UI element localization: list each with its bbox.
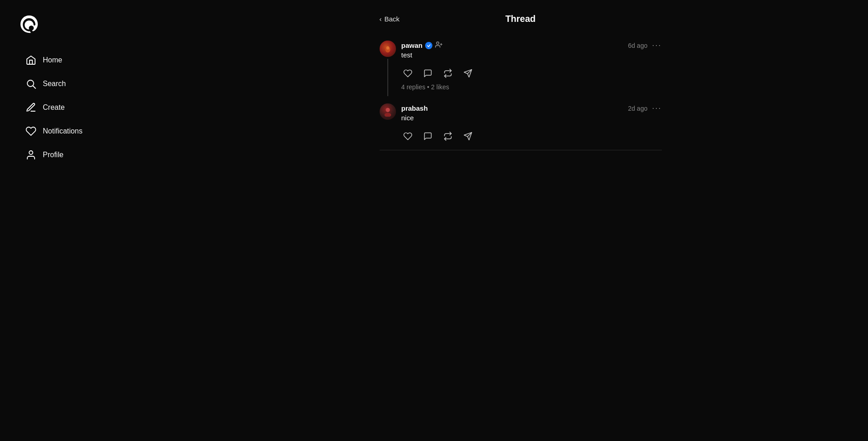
post-pawan: pawan (380, 33, 662, 96)
avatar-pawan (380, 41, 396, 57)
timestamp-prabash: 2d ago (628, 105, 648, 112)
like-button-pawan[interactable] (401, 67, 414, 80)
svg-point-5 (437, 42, 439, 44)
repost-button-prabash[interactable] (442, 130, 454, 143)
verified-badge-pawan (425, 42, 432, 49)
post-actions-prabash (401, 130, 662, 143)
left-column-prabash (380, 103, 396, 148)
more-button-prabash[interactable]: ··· (652, 103, 661, 113)
repost-button-pawan[interactable] (442, 67, 454, 80)
thread-title: Thread (505, 14, 536, 24)
search-label: Search (43, 80, 66, 88)
sidebar-item-profile[interactable]: Profile (18, 144, 155, 166)
post-meta-pawan: 6d ago ··· (628, 41, 662, 50)
post-text-pawan: test (401, 50, 662, 60)
right-column-pawan: pawan (401, 41, 662, 96)
profile-icon (25, 149, 36, 160)
share-button-prabash[interactable] (462, 130, 474, 143)
notifications-icon (25, 126, 36, 137)
username-row-pawan: pawan (401, 41, 443, 50)
post-divider (380, 150, 662, 150)
thread-container: ‹ Back Thread (380, 9, 662, 152)
threads-logo[interactable] (18, 14, 40, 36)
post-actions-pawan (401, 67, 662, 80)
timestamp-pawan: 6d ago (628, 42, 648, 49)
username-row-prabash: prabash (401, 104, 428, 112)
back-chevron-icon: ‹ (380, 15, 382, 23)
sidebar-item-notifications[interactable]: Notifications (18, 120, 155, 142)
post-header-prabash: prabash 2d ago ··· (401, 103, 662, 113)
post-prabash: prabash 2d ago ··· nice (380, 96, 662, 148)
svg-point-4 (386, 46, 389, 50)
post-meta-prabash: 2d ago ··· (628, 103, 662, 113)
create-icon (25, 102, 36, 113)
thread-header: ‹ Back Thread (380, 9, 662, 33)
post-stats-pawan: 4 replies • 2 likes (401, 83, 662, 91)
sidebar-nav: Home Search Create (18, 49, 155, 168)
sidebar-item-create[interactable]: Create (18, 97, 155, 118)
main-content: ‹ Back Thread (173, 0, 868, 441)
left-column-pawan (380, 41, 396, 96)
share-button-pawan[interactable] (462, 67, 474, 80)
avatar-prabash (380, 103, 396, 120)
comment-button-pawan[interactable] (421, 67, 434, 80)
back-label: Back (385, 15, 400, 23)
sidebar-item-home[interactable]: Home (18, 49, 155, 71)
svg-line-1 (33, 86, 36, 89)
stats-text-pawan: 4 replies • 2 likes (401, 83, 449, 91)
comment-button-prabash[interactable] (421, 130, 434, 143)
username-prabash: prabash (401, 104, 428, 112)
username-pawan: pawan (401, 41, 423, 49)
search-icon (25, 78, 36, 89)
right-column-prabash: prabash 2d ago ··· nice (401, 103, 662, 148)
post-header-pawan: pawan (401, 41, 662, 50)
sidebar: Home Search Create (0, 0, 173, 441)
svg-point-2 (29, 151, 33, 154)
thread-line (387, 59, 388, 96)
notifications-label: Notifications (43, 127, 82, 135)
svg-point-10 (386, 108, 390, 112)
like-button-prabash[interactable] (401, 130, 414, 143)
more-button-pawan[interactable]: ··· (652, 41, 661, 50)
create-label: Create (43, 103, 65, 112)
profile-label: Profile (43, 151, 63, 159)
post-text-prabash: nice (401, 113, 662, 123)
sidebar-item-search[interactable]: Search (18, 73, 155, 95)
home-icon (25, 55, 36, 66)
back-button[interactable]: ‹ Back (380, 15, 400, 23)
svg-point-11 (384, 113, 391, 117)
follow-icon-pawan[interactable] (435, 41, 442, 50)
home-label: Home (43, 56, 62, 64)
